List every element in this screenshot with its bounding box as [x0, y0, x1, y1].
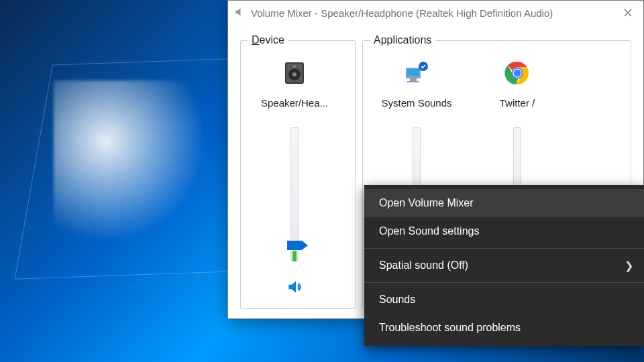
speaker-device-icon[interactable]: [280, 58, 309, 88]
ctx-item-label: Open Volume Mixer: [379, 197, 474, 209]
volume-slider-device[interactable]: [284, 127, 305, 261]
ctx-item-label: Open Sound settings: [379, 225, 479, 237]
svg-rect-6: [407, 69, 419, 76]
svg-point-3: [292, 72, 297, 76]
speaker-icon: [233, 6, 246, 20]
ctx-spatial-sound[interactable]: Spatial sound (Off) ❯: [364, 251, 644, 280]
level-meter: [292, 251, 297, 261]
ctx-item-label: Spatial sound (Off): [379, 259, 468, 272]
ctx-separator: [364, 248, 644, 249]
device-group: Device Speaker/Hea...: [240, 34, 356, 309]
ctx-separator: [364, 282, 644, 283]
svg-point-4: [293, 65, 296, 68]
ctx-sounds[interactable]: Sounds: [364, 286, 644, 314]
chrome-icon[interactable]: [502, 58, 532, 88]
channel-system-sounds-label: System Sounds: [381, 97, 451, 109]
device-group-label: Device: [248, 34, 288, 46]
channel-chrome-label: Twitter /: [500, 97, 535, 109]
mute-button-device[interactable]: [284, 276, 305, 298]
close-button[interactable]: [612, 1, 643, 25]
system-sounds-icon[interactable]: [402, 58, 431, 88]
ctx-open-sound-settings[interactable]: Open Sound settings: [364, 217, 644, 245]
applications-group-label: Applications: [370, 34, 435, 46]
ctx-item-label: Troubleshoot sound problems: [379, 322, 521, 334]
svg-rect-8: [407, 81, 419, 82]
chevron-right-icon: ❯: [625, 259, 633, 272]
svg-point-13: [514, 70, 521, 77]
channel-device-label: Speaker/Hea...: [261, 97, 328, 109]
svg-rect-7: [410, 78, 417, 81]
window-title: Volume Mixer - Speaker/Headphone (Realte…: [251, 7, 612, 19]
slider-thumb[interactable]: [287, 241, 302, 250]
sound-context-menu: Open Volume Mixer Open Sound settings Sp…: [364, 185, 644, 346]
ctx-troubleshoot[interactable]: Troubleshoot sound problems: [364, 314, 644, 342]
channel-device: Speaker/Hea...: [248, 56, 341, 298]
ctx-open-volume-mixer[interactable]: Open Volume Mixer: [364, 189, 644, 217]
ctx-item-label: Sounds: [379, 294, 415, 306]
titlebar[interactable]: Volume Mixer - Speaker/Headphone (Realte…: [228, 1, 643, 25]
